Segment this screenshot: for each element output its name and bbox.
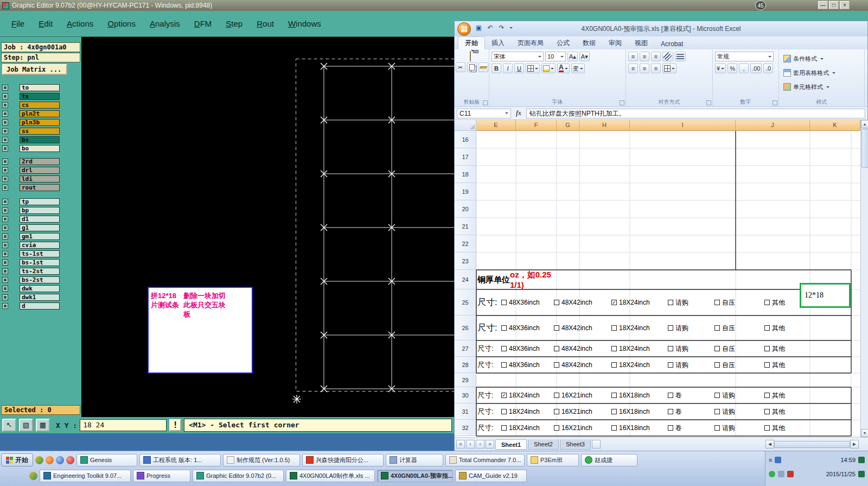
layer-toggle-icon[interactable] — [2, 185, 8, 191]
layer-name[interactable]: bp — [20, 207, 60, 214]
checkbox[interactable] — [714, 325, 720, 331]
align-center-icon[interactable]: ≡ — [640, 64, 649, 73]
font-size-dropdown-icon[interactable] — [560, 56, 564, 59]
size-option[interactable]: 自压 — [714, 298, 764, 307]
scroll-thumb[interactable] — [861, 129, 868, 168]
checkbox[interactable] — [764, 409, 770, 414]
tray-volume-icon[interactable] — [778, 471, 784, 477]
checkbox[interactable] — [764, 346, 770, 351]
office-button[interactable] — [457, 22, 471, 36]
phonetic-guide-icon[interactable]: 变 — [571, 64, 585, 73]
checkbox[interactable] — [764, 300, 770, 305]
size-option[interactable]: 16X18inch — [611, 408, 668, 415]
taskbar-item-cam-guide[interactable]: CAM_Guide v2.19 — [455, 470, 527, 482]
start-button[interactable]: 开始 — [1, 453, 33, 466]
checkbox[interactable] — [764, 393, 770, 398]
layer-toggle-icon[interactable] — [2, 242, 8, 248]
size-option[interactable]: 48X42inch — [554, 299, 611, 306]
size-option[interactable]: ✓18X24inch — [611, 299, 668, 306]
number-format-dropdown-icon[interactable] — [768, 56, 771, 59]
excel-titlebar[interactable]: 4X0GN00LA0-预审指示.xls [兼容模式] - Microsoft E… — [455, 21, 867, 36]
layer-row-ss[interactable]: ss — [2, 127, 79, 135]
layer-name[interactable]: d — [20, 302, 60, 310]
layer-row-ts-1st[interactable]: ts-1st — [2, 250, 79, 257]
close-icon[interactable]: × — [840, 1, 850, 9]
grow-font-icon[interactable]: A▴ — [567, 52, 578, 61]
size-option[interactable]: 48X36inch — [501, 361, 554, 369]
cut-icon[interactable]: ✂ — [456, 62, 465, 72]
checkbox[interactable] — [611, 425, 617, 431]
size-option[interactable]: 其他 — [764, 324, 785, 333]
copy-icon[interactable] — [467, 62, 477, 72]
checkbox[interactable] — [554, 325, 559, 331]
size-option[interactable]: 其他 — [764, 361, 785, 370]
horizontal-scrollbar[interactable]: ◄ ► — [765, 440, 859, 449]
increase-decimal-icon[interactable]: .00 — [750, 64, 762, 73]
shrink-font-icon[interactable]: A▾ — [579, 52, 590, 61]
redo-icon[interactable]: ↷ — [497, 24, 506, 31]
paste-button[interactable] — [457, 52, 487, 61]
checkbox[interactable] — [714, 393, 720, 398]
layer-row-cvia[interactable]: cvia — [2, 241, 79, 249]
tab-home[interactable]: 开始 — [458, 36, 485, 49]
alignment-dialog-launcher-icon[interactable] — [706, 100, 711, 105]
checkbox[interactable] — [554, 393, 559, 398]
format-as-table-button[interactable]: 套用表格格式 — [781, 66, 862, 80]
layer-name[interactable]: 2rd — [20, 158, 60, 165]
formula-input[interactable]: 钻孔比焊盘大按照NPTH孔加工。 — [526, 109, 865, 118]
layer-row-pln3b[interactable]: pln3b — [2, 118, 79, 126]
tray-table-icon[interactable] — [858, 457, 865, 463]
name-box[interactable]: C11 — [457, 109, 511, 118]
layer-name[interactable]: tp — [20, 198, 60, 205]
menu-rout[interactable]: Rout — [250, 19, 281, 28]
checkbox[interactable] — [501, 409, 507, 414]
clock-time[interactable]: 14:59 — [840, 457, 856, 463]
wrap-text-icon[interactable] — [675, 52, 686, 61]
align-left-icon[interactable]: ≡ — [628, 64, 638, 73]
scroll-right-icon[interactable]: ► — [850, 440, 859, 449]
job-matrix-button[interactable]: Job Matrix ... — [2, 64, 67, 75]
percent-icon[interactable]: % — [727, 64, 737, 73]
tray-update-icon[interactable] — [787, 471, 794, 477]
layer-toggle-icon[interactable] — [2, 102, 8, 108]
bold-icon[interactable]: B — [492, 64, 501, 73]
layer-row-gm1[interactable]: gm1 — [2, 232, 79, 240]
scroll-left-icon[interactable]: ◄ — [765, 440, 774, 449]
grid-tool-icon[interactable]: ▦ — [36, 419, 50, 432]
layer-row-dwk1[interactable]: dwk1 — [2, 293, 79, 301]
cell-styles-button[interactable]: 单元格样式 — [781, 80, 862, 94]
checkbox[interactable] — [554, 346, 559, 351]
checkbox[interactable] — [554, 362, 559, 368]
checkbox[interactable] — [501, 362, 507, 368]
size-option[interactable]: 16X18inch — [611, 424, 668, 432]
layer-toggle-icon[interactable] — [2, 93, 8, 99]
layer-name[interactable]: cs — [20, 102, 60, 109]
menu-windows[interactable]: Windows — [281, 19, 328, 28]
checkbox[interactable] — [668, 346, 673, 351]
layer-row-bs-1st[interactable]: bs-1st — [2, 258, 79, 266]
size-option[interactable]: 卷 — [668, 407, 714, 416]
size-row-26[interactable]: 尺寸: 48X36inch 48X42inch 18X24inch 请购 自压 … — [476, 315, 851, 340]
prev-sheet-icon[interactable]: ‹ — [466, 440, 475, 449]
checkbox[interactable] — [668, 393, 673, 398]
tab-review[interactable]: 审阅 — [602, 37, 628, 49]
size-option[interactable]: 18X24inch — [611, 324, 668, 332]
layer-row-drl[interactable]: drl — [2, 166, 79, 174]
layer-row-bs[interactable]: bs — [2, 136, 79, 143]
layer-toggle-icon[interactable] — [2, 137, 8, 143]
save-icon[interactable]: ▣ — [474, 24, 483, 31]
layer-toggle-icon[interactable] — [2, 294, 8, 300]
tab-page-layout[interactable]: 页面布局 — [511, 37, 550, 49]
checkbox[interactable] — [764, 425, 770, 431]
font-name-select[interactable]: 宋体 — [492, 52, 544, 61]
layer-toggle-icon[interactable] — [2, 225, 8, 231]
name-box-dropdown-icon[interactable] — [505, 112, 508, 116]
size-option[interactable]: 18X24inch — [501, 408, 554, 415]
layer-row-d[interactable]: d — [2, 302, 79, 310]
layer-toggle-icon[interactable] — [2, 233, 8, 239]
sheet-tab-1[interactable]: Sheet1 — [495, 439, 527, 450]
size-row-27[interactable]: 尺寸: 48X36inch 48X42inch 18X24inch 请购 自压 … — [476, 340, 851, 357]
layer-name[interactable]: bo — [20, 145, 60, 152]
layer-name[interactable]: drl — [20, 167, 60, 174]
insert-function-icon[interactable]: fx — [513, 109, 524, 117]
